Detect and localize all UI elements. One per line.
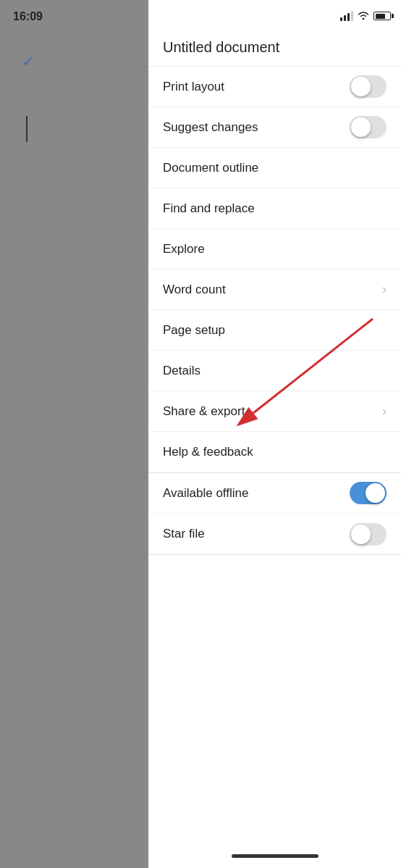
menu-list: Print layout Suggest changes Document ou… xyxy=(148,67,401,843)
toggle-knob xyxy=(366,483,385,503)
left-panel: 16:09 ✓ xyxy=(0,0,148,868)
document-title: Untitled document xyxy=(163,39,387,56)
home-indicator xyxy=(148,843,401,868)
menu-item-print-layout[interactable]: Print layout xyxy=(148,67,401,107)
battery-fill xyxy=(376,14,385,19)
available-offline-toggle[interactable] xyxy=(350,482,387,504)
details-label: Details xyxy=(163,364,200,378)
time-display: 16:09 xyxy=(13,10,43,23)
find-and-replace-label: Find and replace xyxy=(163,201,255,216)
right-panel: Untitled document Print layout Suggest c… xyxy=(148,0,401,868)
menu-item-available-offline[interactable]: Available offline xyxy=(148,473,401,514)
menu-item-suggest-changes[interactable]: Suggest changes xyxy=(148,107,401,148)
chevron-right-icon: › xyxy=(382,282,387,297)
available-offline-label: Available offline xyxy=(163,486,248,501)
signal-icon xyxy=(340,11,353,21)
menu-item-word-count[interactable]: Word count › xyxy=(148,270,401,310)
share-export-label: Share & export xyxy=(163,404,245,419)
suggest-changes-label: Suggest changes xyxy=(163,120,258,135)
signal-bar-4 xyxy=(351,11,353,21)
menu-section-2: Available offline Star file xyxy=(148,473,401,555)
print-layout-label: Print layout xyxy=(163,80,224,94)
toggle-knob xyxy=(351,525,371,544)
menu-item-document-outline[interactable]: Document outline xyxy=(148,148,401,188)
page-setup-label: Page setup xyxy=(163,323,225,338)
signal-bar-3 xyxy=(347,13,350,21)
wifi-icon xyxy=(358,10,369,22)
toggle-knob xyxy=(351,117,371,137)
signal-bar-2 xyxy=(344,15,346,21)
word-count-label: Word count xyxy=(163,283,226,297)
checkmark-icon: ✓ xyxy=(22,52,35,71)
menu-item-star-file[interactable]: Star file xyxy=(148,514,401,554)
menu-item-help-feedback[interactable]: Help & feedback xyxy=(148,432,401,472)
explore-label: Explore xyxy=(163,242,205,256)
battery-icon xyxy=(373,12,391,20)
document-header: Untitled document xyxy=(148,32,401,67)
menu-item-details[interactable]: Details xyxy=(148,351,401,391)
home-bar xyxy=(232,854,318,858)
help-feedback-label: Help & feedback xyxy=(163,445,253,459)
print-layout-toggle[interactable] xyxy=(350,75,387,98)
toggle-knob xyxy=(351,77,371,96)
signal-bar-1 xyxy=(340,17,342,21)
menu-item-share-export[interactable]: Share & export › xyxy=(148,391,401,432)
menu-item-page-setup[interactable]: Page setup xyxy=(148,310,401,351)
menu-section-1: Print layout Suggest changes Document ou… xyxy=(148,67,401,473)
cursor-line xyxy=(26,116,28,142)
document-outline-label: Document outline xyxy=(163,161,258,175)
star-file-label: Star file xyxy=(163,527,205,541)
menu-item-find-and-replace[interactable]: Find and replace xyxy=(148,188,401,229)
chevron-right-icon: › xyxy=(382,404,387,419)
star-file-toggle[interactable] xyxy=(350,523,387,546)
menu-item-explore[interactable]: Explore xyxy=(148,229,401,270)
status-bar xyxy=(148,0,401,32)
suggest-changes-toggle[interactable] xyxy=(350,116,387,138)
